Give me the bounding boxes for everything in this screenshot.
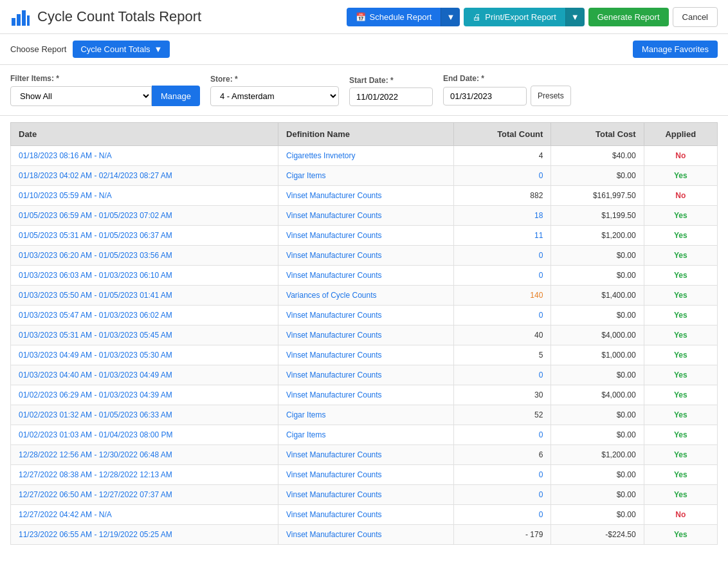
definition-link[interactable]: Vinset Manufacturer Counts <box>286 470 382 479</box>
end-date-row: Presets <box>443 86 571 106</box>
date-link[interactable]: 01/03/2023 06:03 AM - 01/03/2023 06:10 A… <box>19 271 172 280</box>
cell-total-count: 0 <box>453 365 551 385</box>
cell-applied: Yes <box>644 286 717 306</box>
applied-value: Yes <box>674 171 687 180</box>
generate-report-button[interactable]: Generate Report <box>588 8 669 26</box>
col-applied: Applied <box>644 123 717 146</box>
print-export-dropdown[interactable]: ▼ <box>565 8 585 26</box>
date-link[interactable]: 01/03/2023 06:20 AM - 01/05/2023 03:56 A… <box>19 251 172 260</box>
start-date-label: Start Date: * <box>349 76 433 85</box>
definition-link[interactable]: Cigar Items <box>286 430 325 439</box>
count-value: 0 <box>539 271 543 280</box>
print-export-button[interactable]: 🖨 Print/Export Report <box>464 8 565 26</box>
date-link[interactable]: 01/03/2023 05:50 AM - 01/05/2023 01:41 A… <box>19 291 172 300</box>
date-link[interactable]: 01/02/2023 01:03 AM - 01/04/2023 08:00 P… <box>19 430 173 439</box>
date-link[interactable]: 11/23/2022 06:55 AM - 12/19/2022 05:25 A… <box>19 530 172 539</box>
cell-date: 01/02/2023 01:03 AM - 01/04/2023 08:00 P… <box>11 425 278 445</box>
count-value: 0 <box>539 251 543 260</box>
date-link[interactable]: 01/03/2023 04:40 AM - 01/03/2023 04:49 A… <box>19 371 172 380</box>
date-link[interactable]: 01/02/2023 01:32 AM - 01/05/2023 06:33 A… <box>19 410 172 419</box>
cell-total-cost: $0.00 <box>551 266 644 286</box>
schedule-report-button[interactable]: 📅 Schedule Report <box>347 8 441 26</box>
definition-link[interactable]: Cigar Items <box>286 410 325 419</box>
schedule-report-dropdown[interactable]: ▼ <box>441 8 460 26</box>
applied-value: No <box>675 191 686 200</box>
end-date-input[interactable] <box>443 87 527 105</box>
cell-applied: Yes <box>644 266 717 286</box>
cell-total-cost: $0.00 <box>551 166 644 186</box>
applied-value: Yes <box>674 530 687 539</box>
date-link[interactable]: 01/05/2023 06:59 AM - 01/05/2023 07:02 A… <box>19 211 172 220</box>
date-link[interactable]: 12/28/2022 12:56 AM - 12/30/2022 06:48 A… <box>19 450 172 459</box>
cell-applied: Yes <box>644 226 717 246</box>
cell-date: 01/02/2023 01:32 AM - 01/05/2023 06:33 A… <box>11 405 278 425</box>
store-select[interactable]: 4 - Amsterdam <box>210 86 339 106</box>
manage-button[interactable]: Manage <box>152 86 200 106</box>
manage-favorites-button[interactable]: Manage Favorites <box>633 41 718 58</box>
date-link[interactable]: 01/10/2023 05:59 AM - N/A <box>19 191 112 200</box>
cell-total-cost: $1,400.00 <box>551 286 644 306</box>
table-row: 01/03/2023 05:50 AM - 01/05/2023 01:41 A… <box>11 286 718 306</box>
date-link[interactable]: 12/27/2022 06:50 AM - 12/27/2022 07:37 A… <box>19 490 172 499</box>
definition-link[interactable]: Vinset Manufacturer Counts <box>286 390 382 399</box>
cycle-count-table: Date Definition Name Total Count Total C… <box>10 122 718 545</box>
table-row: 01/03/2023 04:40 AM - 01/03/2023 04:49 A… <box>11 365 718 385</box>
cell-total-cost: $4,000.00 <box>551 325 644 345</box>
table-row: 12/27/2022 06:50 AM - 12/27/2022 07:37 A… <box>11 485 718 505</box>
cell-total-cost: $1,199.50 <box>551 206 644 226</box>
store-group: Store: * 4 - Amsterdam <box>210 75 339 106</box>
definition-link[interactable]: Vinset Manufacturer Counts <box>286 351 382 360</box>
date-link[interactable]: 01/03/2023 04:49 AM - 01/03/2023 05:30 A… <box>19 351 172 360</box>
definition-link[interactable]: Vinset Manufacturer Counts <box>286 530 382 539</box>
applied-value: Yes <box>674 271 687 280</box>
definition-link[interactable]: Vinset Manufacturer Counts <box>286 450 382 459</box>
definition-link[interactable]: Cigar Items <box>286 171 325 180</box>
date-link[interactable]: 01/03/2023 05:47 AM - 01/03/2023 06:02 A… <box>19 311 172 320</box>
definition-link[interactable]: Vinset Manufacturer Counts <box>286 311 382 320</box>
definition-link[interactable]: Cigarettes Invnetory <box>286 151 355 160</box>
date-link[interactable]: 01/05/2023 05:31 AM - 01/05/2023 06:37 A… <box>19 231 172 240</box>
date-link[interactable]: 12/27/2022 08:38 AM - 12/28/2022 12:13 A… <box>19 470 172 479</box>
cell-total-count: 140 <box>453 286 551 306</box>
applied-value: Yes <box>674 410 687 419</box>
date-link[interactable]: 12/27/2022 04:42 AM - N/A <box>19 510 112 519</box>
cell-total-count: - 179 <box>453 525 551 545</box>
cell-date: 01/05/2023 06:59 AM - 01/05/2023 07:02 A… <box>11 206 278 226</box>
cell-definition: Vinset Manufacturer Counts <box>278 306 454 325</box>
cell-definition: Cigar Items <box>278 425 454 445</box>
definition-link[interactable]: Vinset Manufacturer Counts <box>286 490 382 499</box>
definition-link[interactable]: Vinset Manufacturer Counts <box>286 510 382 519</box>
definition-link[interactable]: Variances of Cycle Counts <box>286 291 377 300</box>
date-link[interactable]: 01/18/2023 04:02 AM - 02/14/2023 08:27 A… <box>19 171 172 180</box>
cell-applied: Yes <box>644 365 717 385</box>
cell-applied: Yes <box>644 445 717 465</box>
date-link[interactable]: 01/18/2023 08:16 AM - N/A <box>19 151 112 160</box>
definition-link[interactable]: Vinset Manufacturer Counts <box>286 371 382 380</box>
applied-value: Yes <box>674 291 687 300</box>
cancel-button[interactable]: Cancel <box>673 7 718 27</box>
cell-total-count: 40 <box>453 325 551 345</box>
cell-applied: No <box>644 186 717 206</box>
col-date: Date <box>11 123 278 146</box>
definition-link[interactable]: Vinset Manufacturer Counts <box>286 271 382 280</box>
cell-total-count: 6 <box>453 445 551 465</box>
print-export-group: 🖨 Print/Export Report ▼ <box>464 8 584 26</box>
cycle-count-totals-button[interactable]: Cycle Count Totals ▼ <box>73 41 170 58</box>
definition-link[interactable]: Vinset Manufacturer Counts <box>286 211 382 220</box>
cell-total-count: 5 <box>453 345 551 365</box>
table-row: 01/03/2023 06:03 AM - 01/03/2023 06:10 A… <box>11 266 718 286</box>
presets-button[interactable]: Presets <box>531 86 571 106</box>
definition-link[interactable]: Vinset Manufacturer Counts <box>286 251 382 260</box>
applied-value: Yes <box>674 351 687 360</box>
filter-items-label: Filter Items: * <box>10 74 200 83</box>
start-date-input[interactable] <box>349 87 433 106</box>
date-link[interactable]: 01/03/2023 05:31 AM - 01/03/2023 05:45 A… <box>19 331 172 340</box>
definition-link[interactable]: Vinset Manufacturer Counts <box>286 191 382 200</box>
filter-items-select[interactable]: Show All <box>10 86 152 106</box>
cell-date: 01/18/2023 04:02 AM - 02/14/2023 08:27 A… <box>11 166 278 186</box>
definition-link[interactable]: Vinset Manufacturer Counts <box>286 231 382 240</box>
date-link[interactable]: 01/02/2023 06:29 AM - 01/03/2023 04:39 A… <box>19 390 172 399</box>
definition-link[interactable]: Vinset Manufacturer Counts <box>286 331 382 340</box>
table-row: 11/23/2022 06:55 AM - 12/19/2022 05:25 A… <box>11 525 718 545</box>
cell-date: 01/02/2023 06:29 AM - 01/03/2023 04:39 A… <box>11 385 278 405</box>
